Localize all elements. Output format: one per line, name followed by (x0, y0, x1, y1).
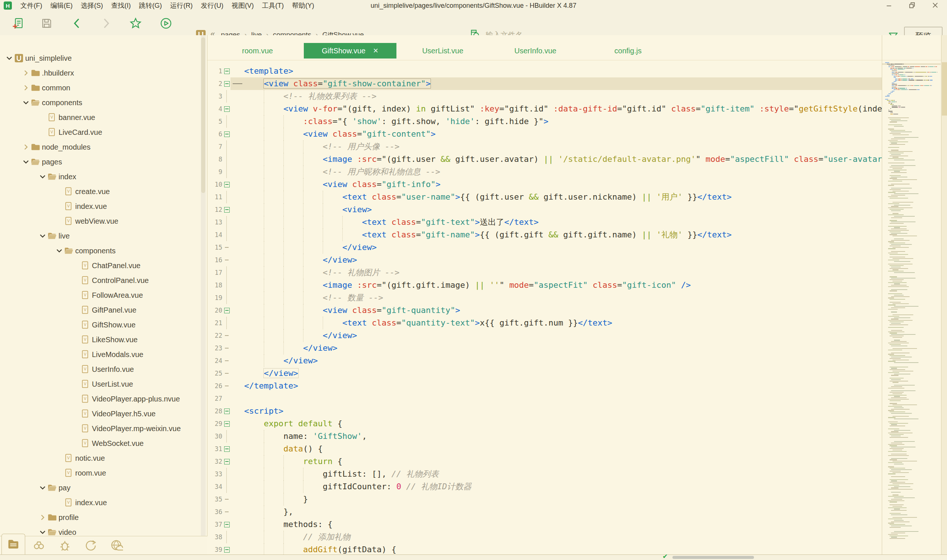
tree-item-uni_simplelive[interactable]: uni_simplelive (0, 51, 201, 66)
minimize-button[interactable] (878, 0, 901, 11)
code-line[interactable]: 22</view> (208, 329, 882, 342)
fold-marker-icon[interactable] (222, 455, 232, 468)
code-line[interactable]: 24</view> (208, 354, 882, 367)
menu-视图V[interactable]: 视图(V) (228, 0, 258, 11)
fold-marker-icon[interactable] (222, 405, 232, 417)
panel-tab-search[interactable] (32, 539, 45, 552)
tree-item-index.vue[interactable]: Vindex.vue (0, 199, 201, 214)
horizontal-scrollbar[interactable] (673, 556, 754, 559)
code-line[interactable]: 13<text class="gift-text">送出了</text> (208, 216, 882, 229)
panel-tab-debug[interactable] (59, 539, 71, 552)
panel-tab-publish[interactable] (85, 539, 97, 552)
chevron-right-icon[interactable] (38, 513, 48, 522)
code-line[interactable]: 37methods: { (208, 518, 882, 531)
code-line[interactable]: 30name: 'GiftShow', (208, 430, 882, 443)
menu-文件F[interactable]: 文件(F) (16, 0, 46, 11)
run-button[interactable] (159, 17, 172, 30)
code-line[interactable]: 26</template> (208, 380, 882, 392)
tab-room.vue[interactable]: room.vue (211, 43, 304, 58)
menu-编辑E[interactable]: 编辑(E) (46, 0, 77, 11)
tree-item-UserInfo.vue[interactable]: VUserInfo.vue (0, 362, 201, 377)
chevron-down-icon[interactable] (38, 528, 48, 536)
fold-marker-icon[interactable] (222, 178, 232, 191)
code-line[interactable]: 31data() { (208, 443, 882, 455)
fold-marker-icon[interactable] (222, 443, 232, 455)
code-line[interactable]: 9<!-- 用户昵称和礼物信息 --> (208, 166, 882, 178)
menu-运行R[interactable]: 运行(R) (166, 0, 197, 11)
menu-发行U[interactable]: 发行(U) (197, 0, 228, 11)
tree-item-VideoPlayer.mp-weixin.vue[interactable]: VVideoPlayer.mp-weixin.vue (0, 421, 201, 436)
code-line[interactable]: 1<template> (208, 65, 882, 77)
tree-item-components[interactable]: components (0, 243, 201, 258)
code-line[interactable]: 23</view> (208, 342, 882, 354)
code-line[interactable]: 35} (208, 493, 882, 506)
code-line[interactable]: 5:class="{ 'show': gift.show, 'hide': gi… (208, 115, 882, 128)
fold-marker-icon[interactable] (222, 543, 232, 554)
menu-选择S[interactable]: 选择(S) (77, 0, 107, 11)
restore-button[interactable] (901, 0, 924, 11)
tree-item-LiveCard.vue[interactable]: VLiveCard.vue (0, 125, 201, 140)
code-line[interactable]: 16</view> (208, 254, 882, 266)
fold-marker-icon[interactable] (222, 65, 232, 77)
fold-marker-icon[interactable] (222, 417, 232, 430)
code-line[interactable]: 2<view class="gift-show-container"> (208, 77, 882, 90)
code-line[interactable]: 14<text class="gift-name">{{ (gift.gift … (208, 229, 882, 241)
tree-item-LiveModals.vue[interactable]: VLiveModals.vue (0, 347, 201, 362)
code-line[interactable]: 21<text class="quantity-text">x{{ gift.g… (208, 317, 882, 329)
code-line[interactable]: 34giftIdCounter: 0 // 礼物ID计数器 (208, 480, 882, 493)
fold-marker-icon[interactable] (222, 304, 232, 317)
panel-tab-web[interactable] (111, 539, 123, 552)
chevron-down-icon[interactable] (21, 158, 31, 166)
menu-帮助Y[interactable]: 帮助(Y) (288, 0, 318, 11)
menu-跳转G[interactable]: 跳转(G) (135, 0, 166, 11)
new-file-button[interactable] (11, 17, 25, 30)
tree-item-webView.vue[interactable]: VwebView.vue (0, 214, 201, 229)
tab-UserList.vue[interactable]: UserList.vue (396, 43, 489, 58)
tree-item-banner.vue[interactable]: Vbanner.vue (0, 110, 201, 125)
minimap[interactable] (882, 35, 941, 554)
tab-config.js[interactable]: config.js (582, 43, 674, 58)
close-icon[interactable]: ✕ (373, 47, 378, 55)
code-line[interactable]: 12<view> (208, 203, 882, 216)
code-line[interactable]: 18<image :src="(gift.gift.image) || ''" … (208, 279, 882, 291)
tree-item-VideoPlayer.h5.vue[interactable]: VVideoPlayer.h5.vue (0, 406, 201, 421)
tree-item-video[interactable]: video (0, 525, 201, 536)
code-line[interactable]: 7<!-- 用户头像 --> (208, 140, 882, 153)
tree-item-WebSocket.vue[interactable]: VWebSocket.vue (0, 436, 201, 451)
tree-item-live[interactable]: live (0, 229, 201, 243)
tree-item-UserList.vue[interactable]: VUserList.vue (0, 377, 201, 391)
chevron-down-icon[interactable] (54, 247, 64, 255)
code-line[interactable]: 8<image :src="(gift.user && gift.user.av… (208, 153, 882, 166)
code-line[interactable]: 38// 添加礼物 (208, 531, 882, 543)
code-line[interactable]: 36}, (208, 506, 882, 518)
close-button[interactable] (924, 0, 947, 11)
tree-item-create.vue[interactable]: Vcreate.vue (0, 184, 201, 199)
code-line[interactable]: 4<view v-for="(gift, index) in giftList"… (208, 103, 882, 115)
tree-item-GiftShow.vue[interactable]: VGiftShow.vue (0, 317, 201, 332)
fold-marker-icon[interactable] (222, 518, 232, 531)
panel-tab-files[interactable] (2, 534, 25, 554)
tree-item-.hbuilderx[interactable]: .hbuilderx (0, 66, 201, 80)
code-line[interactable]: 28<script> (208, 405, 882, 417)
menu-查找I[interactable]: 查找(I) (107, 0, 135, 11)
chevron-down-icon[interactable] (38, 232, 48, 240)
tree-item-GiftPanel.vue[interactable]: VGiftPanel.vue (0, 303, 201, 317)
chevron-right-icon[interactable] (21, 84, 31, 92)
favorite-button[interactable] (129, 17, 142, 30)
code-line[interactable]: 6<view class="gift-content"> (208, 128, 882, 140)
code-line[interactable]: 11<text class="user-name">{{ (gift.user … (208, 191, 882, 203)
fold-marker-icon[interactable] (222, 77, 232, 90)
tree-item-pay[interactable]: pay (0, 480, 201, 495)
nav-back-button[interactable] (71, 17, 84, 30)
tree-item-ControlPanel.vue[interactable]: VControlPanel.vue (0, 273, 201, 288)
code-editor[interactable]: 1<template>2<view class="gift-show-conta… (208, 60, 882, 554)
menu-工具T[interactable]: 工具(T) (258, 0, 288, 11)
minimap-viewport[interactable] (942, 62, 947, 115)
chevron-down-icon[interactable] (38, 172, 48, 181)
chevron-right-icon[interactable] (21, 143, 31, 151)
chevron-down-icon[interactable] (21, 98, 31, 107)
tree-item-index[interactable]: index (0, 169, 201, 184)
code-line[interactable]: 33giftList: [], // 礼物列表 (208, 468, 882, 480)
tree-item-FollowArea.vue[interactable]: VFollowArea.vue (0, 288, 201, 303)
code-line[interactable]: 29export default { (208, 417, 882, 430)
